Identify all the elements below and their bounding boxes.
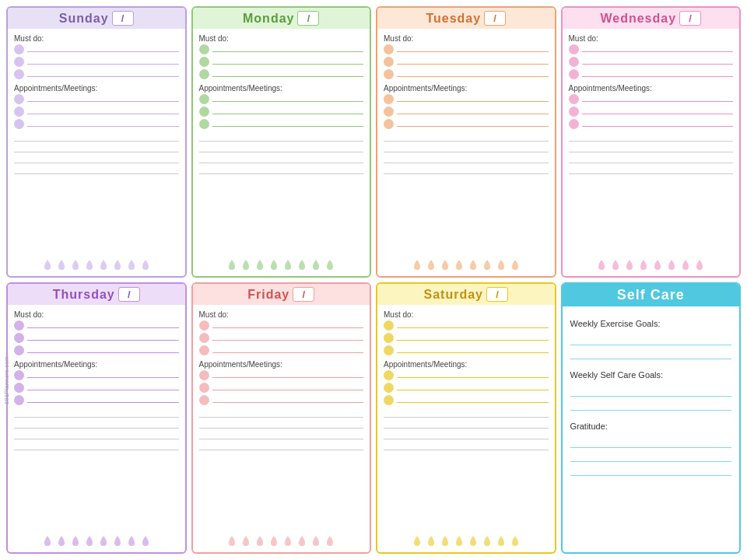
tuesday-date[interactable]: / [484,11,506,26]
bullet-row [384,370,549,380]
saturday-header: Saturday / [377,284,555,305]
wednesday-header: Wednesday / [563,8,740,29]
planner-grid: Sunday / Must do: Appointments/Meetings: [0,0,747,560]
tuesday-must-do-label: Must do: [384,34,549,43]
day-card-monday: Monday / Must do: Appointments/Meetings: [191,6,372,278]
wednesday-date[interactable]: / [679,11,701,26]
bullet-row [569,119,734,129]
bullet-row [569,107,734,117]
bullet-row [384,94,549,104]
exercise-label: Weekly Exercise Goals: [570,319,732,328]
bullet-row [384,345,549,355]
tuesday-water-tracker [377,256,555,273]
selfcare-header: Self Care [563,284,740,306]
day-card-friday: Friday / Must do: Appointments/Meetings: [191,282,372,554]
tuesday-appt-label: Appointments/Meetings: [384,84,549,93]
bullet-row [14,107,179,117]
bullet-row [14,333,179,343]
bullet-row [14,119,179,129]
bullet-row [384,107,549,117]
bullet-row [199,395,364,405]
bullet-row [384,383,549,393]
saturday-must-do-label: Must do: [384,310,549,319]
monday-title: Monday [243,12,294,26]
bullet-row [14,94,179,104]
friday-date[interactable]: / [293,287,314,302]
bullet-row [569,44,734,54]
bullet-row [569,69,734,79]
sunday-water-tracker [8,256,185,273]
bullet-row [14,345,179,355]
bullet-row [384,119,549,129]
bullet-row [199,57,364,67]
thursday-appt-label: Appointments/Meetings: [14,360,179,369]
sunday-title: Sunday [59,12,109,26]
bullet-row [384,320,549,331]
friday-appt-label: Appointments/Meetings: [199,360,364,369]
self-care-goals-label: Weekly Self Care Goals: [570,370,732,380]
sunday-header: Sunday / [8,8,185,29]
tuesday-header: Tuesday / [377,8,555,29]
wednesday-water-tracker [563,256,740,273]
thursday-water-tracker [8,532,185,549]
thursday-header: Thursday / [8,284,185,305]
wednesday-appt-label: Appointments/Meetings: [569,84,734,93]
bullet-row [14,44,179,54]
selfcare-title: Self Care [617,287,685,303]
bullet-row [14,395,179,405]
day-card-wednesday: Wednesday / Must do: Appointments/Meetin… [561,6,742,278]
saturday-date[interactable]: / [486,287,508,302]
bullet-row [199,107,364,117]
bullet-row [14,383,179,393]
bullet-row [199,333,364,343]
sunday-date[interactable]: / [112,11,134,26]
thursday-must-do-label: Must do: [14,310,179,319]
bullet-row [199,320,364,331]
bullet-row [384,69,549,79]
bullet-row [14,69,179,79]
bullet-row [569,94,734,104]
tuesday-title: Tuesday [426,12,481,26]
monday-must-do-label: Must do: [199,34,364,43]
gratitude-label: Gratitude: [570,422,732,431]
friday-title: Friday [247,288,289,302]
day-card-selfcare: Self Care Weekly Exercise Goals: Weekly … [561,282,742,554]
bullet-row [14,57,179,67]
bullet-row [384,44,549,54]
wednesday-title: Wednesday [600,12,676,26]
bullet-row [199,44,364,54]
bullet-row [199,383,364,393]
thursday-date[interactable]: / [118,287,140,302]
bullet-row [569,57,734,67]
monday-date[interactable]: / [297,11,319,26]
day-card-tuesday: Tuesday / Must do: Appointments/Meetings… [376,6,556,278]
bullet-row [199,345,364,355]
friday-must-do-label: Must do: [199,310,364,319]
monday-header: Monday / [193,8,370,29]
thursday-title: Thursday [53,288,115,302]
saturday-appt-label: Appointments/Meetings: [384,360,549,369]
friday-header: Friday / [193,284,370,305]
day-card-saturday: Saturday / Must do: Appointments/Meeting… [376,282,556,554]
bullet-row [384,333,549,343]
sunday-must-do-label: Must do: [14,34,179,43]
bullet-row [199,370,364,380]
monday-appt-label: Appointments/Meetings: [199,84,364,93]
bullet-row [384,395,549,405]
bullet-row [384,57,549,67]
friday-water-tracker [193,532,370,549]
saturday-water-tracker [377,532,555,549]
bullet-row [14,320,179,331]
day-card-thursday: Thursday / Must do: Appointments/Meeting… [6,282,187,554]
saturday-title: Saturday [424,288,483,302]
wednesday-must-do-label: Must do: [569,34,734,43]
bullet-row [14,370,179,380]
monday-water-tracker [193,256,370,273]
bullet-row [199,119,364,129]
bullet-row [199,94,364,104]
bullet-row [199,69,364,79]
sunday-appt-label: Appointments/Meetings: [14,84,179,93]
day-card-sunday: Sunday / Must do: Appointments/Meetings: [6,6,187,278]
